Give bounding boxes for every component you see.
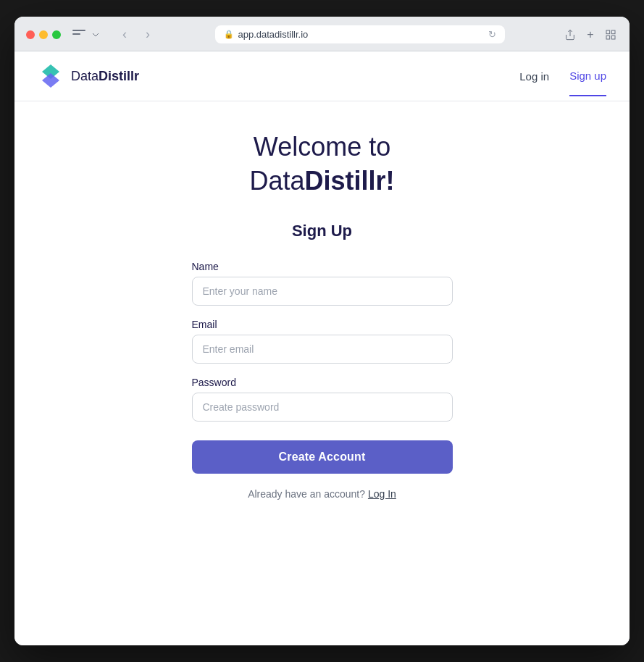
nav-links: Log in Sign up — [519, 70, 606, 83]
browser-controls — [70, 29, 101, 41]
back-button[interactable]: ‹ — [116, 26, 133, 43]
password-label: Password — [192, 377, 453, 388]
navigation: DataDistillr Log in Sign up — [14, 51, 630, 101]
title-bar: ‹ › 🔒 app.datadistillr.io ↻ — [26, 25, 618, 43]
form-title: Sign Up — [83, 222, 561, 240]
svg-rect-3 — [606, 35, 610, 39]
reload-icon[interactable]: ↻ — [488, 29, 496, 40]
maximize-button[interactable] — [52, 30, 61, 39]
login-nav-link[interactable]: Log in — [519, 70, 549, 83]
email-field-group: Email — [192, 319, 453, 364]
grid-icon[interactable] — [603, 28, 618, 42]
create-account-button[interactable]: Create Account — [192, 440, 453, 474]
signup-form: Name Email Password Create Account Alrea… — [192, 261, 453, 500]
welcome-heading: Welcome to DataDistillr! — [83, 130, 561, 198]
email-label: Email — [192, 319, 453, 330]
minimize-button[interactable] — [39, 30, 48, 39]
traffic-lights — [26, 30, 61, 39]
svg-rect-4 — [611, 35, 615, 39]
svg-marker-6 — [42, 73, 59, 88]
lock-icon: 🔒 — [224, 30, 234, 39]
address-bar[interactable]: 🔒 app.datadistillr.io ↻ — [215, 25, 505, 43]
logo-icon — [38, 63, 64, 89]
add-tab-icon[interactable]: + — [583, 28, 598, 42]
password-input[interactable] — [192, 393, 453, 422]
browser-actions: + — [563, 28, 618, 42]
forward-button[interactable]: › — [139, 26, 156, 43]
sidebar-toggle-icon[interactable] — [72, 30, 85, 40]
login-prompt: Already have an account? Log In — [192, 488, 453, 500]
name-label: Name — [192, 261, 453, 272]
name-input[interactable] — [192, 277, 453, 306]
logo[interactable]: DataDistillr — [38, 63, 139, 89]
password-field-group: Password — [192, 377, 453, 422]
close-button[interactable] — [26, 30, 35, 39]
email-input[interactable] — [192, 335, 453, 364]
main-content: Welcome to DataDistillr! Sign Up Name Em… — [69, 101, 576, 529]
login-link[interactable]: Log In — [368, 488, 396, 500]
name-field-group: Name — [192, 261, 453, 306]
svg-rect-2 — [611, 30, 615, 34]
page-content: DataDistillr Log in Sign up Welcome to D… — [14, 51, 630, 645]
share-icon[interactable] — [563, 28, 577, 42]
chevron-down-icon — [90, 29, 101, 41]
browser-chrome: ‹ › 🔒 app.datadistillr.io ↻ — [14, 17, 630, 51]
logo-text: DataDistillr — [71, 69, 139, 84]
svg-rect-1 — [606, 30, 610, 34]
signup-nav-link[interactable]: Sign up — [569, 70, 606, 96]
browser-window: ‹ › 🔒 app.datadistillr.io ↻ — [14, 17, 630, 645]
url-text: app.datadistillr.io — [238, 29, 309, 40]
